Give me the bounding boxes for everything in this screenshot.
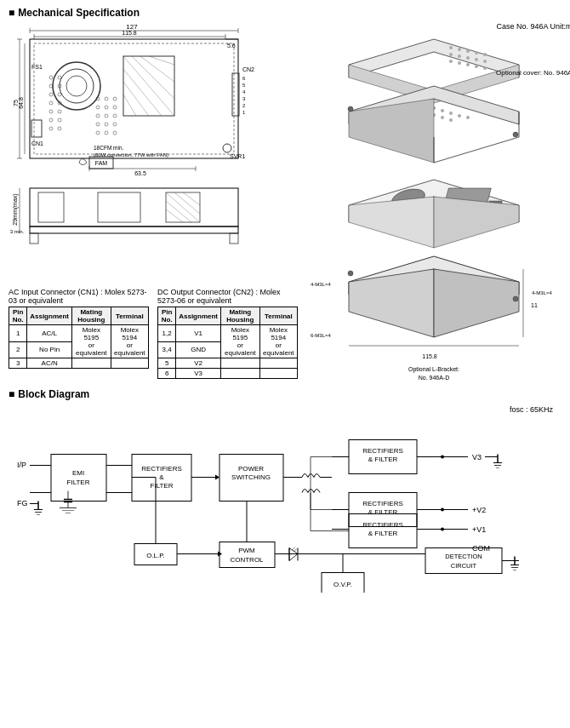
ac-col-assign: Assignment — [27, 307, 72, 325]
svg-text:RECTIFIERS: RECTIFIERS — [362, 521, 403, 529]
svg-text:2: 2 — [242, 103, 246, 108]
ac-terminal3 — [111, 358, 148, 369]
drawing-area: 127 115.8 5.6 75 64.8 — [9, 22, 298, 286]
svg-text:FG: FG — [17, 499, 28, 507]
svg-text:4-M3L=4: 4-M3L=4 — [311, 282, 332, 287]
svg-point-30 — [58, 76, 61, 79]
dc-col-terminal: Terminal — [259, 307, 297, 325]
ac-pin3: 3 — [9, 358, 27, 369]
svg-point-116 — [441, 109, 444, 112]
svg-text:I/P: I/P — [17, 461, 26, 469]
dc-terminal5 — [259, 358, 297, 369]
svg-text:4: 4 — [242, 89, 246, 95]
svg-rect-82 — [38, 192, 64, 222]
svg-line-28 — [123, 95, 136, 116]
svg-rect-79 — [30, 188, 238, 226]
block-diagram-area: fosc : 65KHz I/P FG EMI FILTER — [9, 405, 561, 593]
svg-marker-178 — [215, 475, 219, 480]
svg-point-105 — [483, 53, 487, 56]
case-info: Case No. 946A Unit:mm — [496, 22, 570, 31]
svg-text:V3: V3 — [472, 453, 482, 461]
svg-text:SWITCHING: SWITCHING — [231, 473, 271, 481]
ac-col-terminal: Terminal — [111, 307, 148, 325]
svg-point-207 — [441, 528, 444, 531]
ac-pin2: 2 — [9, 341, 27, 358]
dc-assign12: V1 — [176, 325, 221, 342]
ac-terminal1: Molex 5194or equivalent — [111, 325, 148, 358]
svg-point-100 — [483, 60, 487, 63]
svg-line-89 — [166, 209, 183, 222]
svg-point-117 — [449, 112, 453, 115]
svg-point-57 — [113, 131, 117, 135]
svg-text:CONTROL: CONTROL — [230, 556, 264, 564]
svg-point-41 — [49, 127, 53, 130]
right-panel: Case No. 946A Unit:mm Optional cover: No… — [306, 22, 570, 388]
svg-text:11: 11 — [531, 302, 538, 308]
svg-text:(60W convection, 77W with FAN): (60W convection, 77W with FAN) — [94, 152, 168, 158]
mech-drawing-svg: 127 115.8 5.6 75 64.8 — [9, 22, 298, 286]
dc-terminal6 — [259, 369, 297, 379]
left-panel: 127 115.8 5.6 75 64.8 — [9, 22, 298, 388]
svg-point-107 — [458, 61, 461, 65]
svg-text:6: 6 — [242, 76, 246, 81]
block-diagram-title: Block Diagram — [9, 388, 561, 400]
svg-point-123 — [441, 116, 444, 119]
svg-text:18CFM min.: 18CFM min. — [94, 145, 124, 151]
table-row: 5 V2 — [158, 358, 298, 369]
svg-text:RECTIFIERS: RECTIFIERS — [362, 500, 403, 507]
dc-housing5 — [221, 358, 260, 369]
svg-point-38 — [58, 110, 61, 113]
svg-point-97 — [458, 54, 461, 58]
table-row: 3 AC/N — [9, 358, 149, 369]
ac-connector-title: AC Input Connector (CN1) : Molex 5273-03… — [9, 288, 149, 305]
dc-pin6: 6 — [158, 369, 176, 379]
svg-point-104 — [475, 51, 478, 54]
svg-point-49 — [96, 114, 100, 118]
svg-point-99 — [475, 58, 478, 61]
svg-point-53 — [105, 123, 108, 126]
svg-point-119 — [466, 116, 470, 119]
svg-text:Optional L-Bracket:: Optional L-Bracket: — [408, 366, 459, 373]
svg-text:4-M3L=4: 4-M3L=4 — [532, 290, 553, 295]
dc-pin34: 3,4 — [158, 341, 176, 358]
svg-line-85 — [166, 192, 200, 222]
svg-text:COM: COM — [472, 544, 490, 553]
dc-table: Pin No. Assignment Mating Housing Termin… — [157, 307, 298, 379]
svg-text:&: & — [159, 473, 164, 481]
mech-title-text: Mechanical Specification — [18, 7, 140, 19]
svg-text:O.V.P.: O.V.P. — [333, 581, 352, 588]
svg-point-56 — [105, 131, 108, 135]
svg-text:FILTER: FILTER — [67, 479, 90, 486]
svg-point-101 — [449, 46, 453, 49]
svg-rect-83 — [98, 192, 140, 222]
svg-point-109 — [475, 65, 478, 68]
svg-text:SVR1: SVR1 — [230, 153, 245, 159]
svg-line-27 — [123, 82, 149, 116]
svg-text:115.8: 115.8 — [122, 30, 137, 36]
svg-rect-93 — [30, 233, 38, 244]
table-row: 6 V3 — [158, 369, 298, 379]
dc-assign6: V3 — [176, 369, 221, 379]
case-info-text: Case No. 946A Unit:mm — [496, 22, 570, 31]
svg-text:3 min.: 3 min. — [10, 229, 25, 234]
svg-point-45 — [113, 97, 117, 100]
svg-point-40 — [58, 118, 61, 122]
svg-point-149 — [513, 132, 518, 137]
svg-text:3: 3 — [242, 96, 246, 101]
svg-text:5.6: 5.6 — [227, 43, 236, 49]
ac-table: Pin No. Assignment Mating Housing Termin… — [9, 307, 149, 369]
svg-point-19 — [60, 69, 94, 103]
dc-connector-title: DC Output Connector (CN2) : Molex 5273-0… — [157, 288, 298, 305]
svg-text:+V2: +V2 — [472, 506, 486, 514]
svg-text:CN1: CN1 — [31, 140, 43, 146]
svg-point-151 — [513, 296, 518, 301]
svg-point-106 — [449, 60, 453, 63]
ac-assign3: AC/N — [27, 358, 72, 369]
dc-assign34: GND — [176, 341, 221, 358]
ac-housing3 — [72, 358, 111, 369]
svg-point-108 — [466, 63, 470, 66]
dc-assign5: V2 — [176, 358, 221, 369]
svg-point-51 — [113, 114, 117, 118]
svg-point-48 — [113, 106, 117, 109]
svg-text:CIRCUIT: CIRCUIT — [451, 562, 477, 570]
